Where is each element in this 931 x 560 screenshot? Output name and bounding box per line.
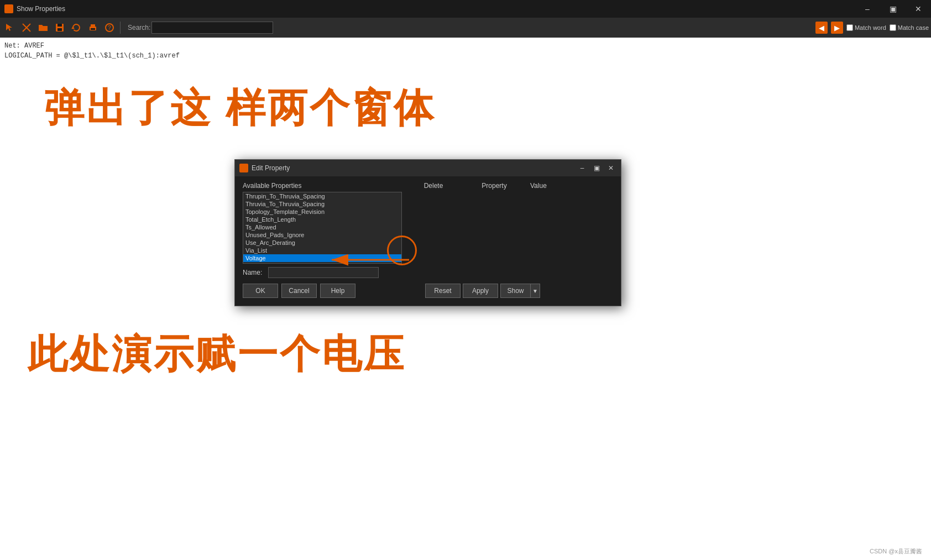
- list-item[interactable]: Via_List: [243, 247, 401, 254]
- refresh-icon[interactable]: [69, 20, 84, 35]
- dialog-col-headers: Available Properties Delete Property Val…: [243, 182, 613, 192]
- app-title-text: Show Properties: [17, 5, 65, 13]
- list-item[interactable]: Unused_Pads_Ignore: [243, 231, 401, 239]
- edit-property-dialog: Edit Property – ▣ ✕ Available Properties…: [234, 159, 621, 306]
- app-icon: [4, 4, 13, 13]
- svg-rect-5: [57, 28, 62, 31]
- dialog-minimize-button[interactable]: –: [577, 163, 588, 174]
- name-label: Name:: [243, 269, 265, 276]
- show-split-button: Show ▼: [500, 284, 540, 298]
- name-input[interactable]: [268, 267, 379, 278]
- list-item[interactable]: Thrupin_To_Thruvia_Spacing: [243, 192, 401, 200]
- match-case-checkbox[interactable]: [890, 24, 896, 31]
- minimize-button[interactable]: –: [855, 0, 880, 18]
- net-line: Net: AVREF: [4, 41, 228, 51]
- print-icon[interactable]: [85, 20, 101, 35]
- toolbar-separator: [120, 22, 121, 34]
- maximize-button[interactable]: ▣: [880, 0, 906, 18]
- window-controls: – ▣ ✕: [855, 0, 931, 18]
- list-item[interactable]: Voltage: [243, 254, 401, 262]
- col-header-property: Property: [458, 182, 530, 190]
- search-label: Search:: [128, 24, 150, 32]
- list-item[interactable]: Weight: [243, 262, 401, 264]
- close-icon[interactable]: [19, 20, 34, 35]
- search-input[interactable]: [151, 22, 273, 34]
- help-button[interactable]: Help: [320, 284, 355, 298]
- svg-marker-0: [6, 24, 12, 31]
- nav-prev-button[interactable]: ◀: [815, 22, 828, 34]
- dialog-buttons-right: Reset Apply Show ▼: [425, 284, 613, 298]
- match-case-option: Match case: [890, 24, 929, 31]
- bottom-annotation: 此处演示赋一个电压: [28, 328, 406, 381]
- svg-text:?: ?: [108, 25, 111, 31]
- reset-button[interactable]: Reset: [425, 284, 461, 298]
- app-titlebar: Show Properties – ▣ ✕: [0, 0, 931, 18]
- cursor-tool-icon[interactable]: [2, 20, 18, 35]
- dialog-close-button[interactable]: ✕: [605, 163, 616, 174]
- col-header-delete: Delete: [409, 182, 458, 190]
- list-item[interactable]: Ts_Allowed: [243, 223, 401, 231]
- close-button[interactable]: ✕: [906, 0, 931, 18]
- folder-icon[interactable]: [35, 20, 51, 35]
- ok-button[interactable]: OK: [243, 284, 278, 298]
- show-dropdown-arrow[interactable]: ▼: [530, 284, 540, 298]
- match-word-label: Match word: [855, 24, 886, 31]
- svg-rect-7: [91, 24, 95, 27]
- dialog-body: Available Properties Delete Property Val…: [235, 176, 621, 306]
- col-header-available: Available Properties: [243, 182, 409, 190]
- csdn-watermark: CSDN @x县豆瓣酱: [870, 547, 922, 556]
- list-item[interactable]: Use_Arc_Derating: [243, 239, 401, 247]
- svg-rect-8: [91, 28, 95, 30]
- toolbar-right: ◀ ▶ Match word Match case: [815, 22, 929, 34]
- property-list[interactable]: Thrupin_To_Thruvia_SpacingThruvia_To_Thr…: [243, 192, 402, 264]
- dialog-titlebar: Edit Property – ▣ ✕: [235, 160, 621, 176]
- apply-button[interactable]: Apply: [463, 284, 498, 298]
- match-word-option: Match word: [846, 24, 886, 31]
- help-icon[interactable]: ?: [102, 20, 117, 35]
- list-item[interactable]: Thruvia_To_Thruvia_Spacing: [243, 200, 401, 208]
- top-annotation: 弹出了这 样两个窗体: [44, 82, 436, 135]
- main-area: Net: AVREF LOGICAL_PATH = @\$l_t1\.\$l_t…: [0, 38, 931, 560]
- logical-path-line: LOGICAL_PATH = @\$l_t1\.\$l_t1\(sch_1):a…: [4, 51, 228, 61]
- toolbar: ? Search: ◀ ▶ Match word Match case: [0, 18, 931, 38]
- list-item[interactable]: Topology_Template_Revision: [243, 208, 401, 216]
- col-header-value: Value: [530, 182, 613, 190]
- show-button[interactable]: Show: [500, 284, 530, 298]
- match-case-label: Match case: [898, 24, 929, 31]
- name-row: Name:: [243, 267, 613, 278]
- match-word-checkbox[interactable]: [846, 24, 853, 31]
- cancel-button[interactable]: Cancel: [281, 284, 317, 298]
- dialog-icon: [239, 164, 248, 172]
- list-item[interactable]: Total_Etch_Length: [243, 216, 401, 223]
- dialog-title: Edit Property: [252, 164, 573, 172]
- nav-next-button[interactable]: ▶: [831, 22, 843, 34]
- dialog-maximize-button[interactable]: ▣: [591, 163, 602, 174]
- show-properties-pane: Net: AVREF LOGICAL_PATH = @\$l_t1\.\$l_t…: [0, 38, 232, 64]
- save-icon[interactable]: [52, 20, 67, 35]
- svg-rect-4: [57, 24, 62, 27]
- app-title: Show Properties: [0, 4, 65, 13]
